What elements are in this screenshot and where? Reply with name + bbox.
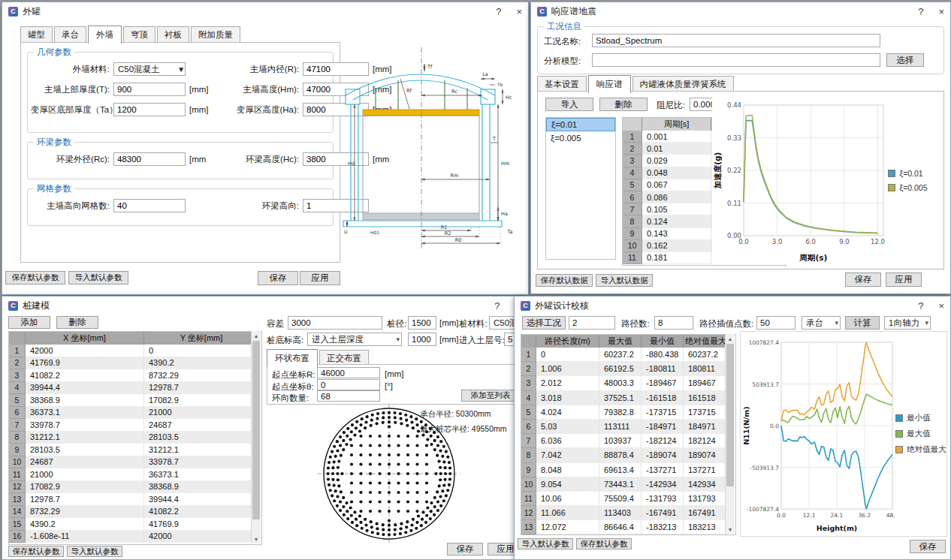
table-row[interactable]: 1312.07286646.4-183213183213 (521, 520, 735, 534)
table-row[interactable]: 21.00666192.5-180811180811 (521, 362, 735, 376)
tab-outer-wall[interactable]: 外墙 (88, 26, 122, 44)
ring-beam-radius-input[interactable] (113, 152, 186, 166)
delete-spectrum-button[interactable]: 删除 (599, 98, 648, 111)
case-name-input[interactable] (592, 34, 880, 47)
scroll-up-icon[interactable]: ▲ (252, 331, 261, 340)
table-row[interactable]: 1217082.938368.9 (9, 481, 261, 494)
add-pile-button[interactable]: 添加 (8, 316, 50, 329)
save-button[interactable]: 保存 (447, 543, 483, 555)
import-default-params-button[interactable]: 导入默认参数 (68, 271, 128, 285)
tab-response-spectrum[interactable]: 响应谱 (588, 75, 631, 93)
save-button[interactable]: 保存 (258, 271, 298, 285)
pile-bottom-select[interactable]: 进入土层深度▾ (307, 333, 402, 346)
table-row[interactable]: 241769.94390.2 (9, 357, 261, 370)
table-row[interactable]: 636373.121000 (9, 407, 261, 420)
pile-diameter-input[interactable] (408, 316, 436, 330)
scroll-up-icon[interactable]: ▲ (726, 334, 735, 343)
tab-liquid-spring-system[interactable]: 内罐液体质量弹簧系统 (632, 76, 734, 92)
add-to-list-button[interactable]: 添加至列表 (461, 390, 520, 402)
table-row[interactable]: 65.03113111-184971184971 (521, 420, 735, 434)
depth-input[interactable] (408, 333, 436, 346)
scroll-thumb[interactable] (726, 344, 734, 486)
scroll-thumb[interactable] (252, 341, 260, 519)
save-default-data-button[interactable]: 保存默认数据 (536, 274, 593, 287)
tab-dome[interactable]: 穹顶 (123, 26, 155, 43)
thick-zone-bottom-input[interactable] (113, 103, 186, 116)
delete-pile-button[interactable]: 删除 (56, 316, 98, 329)
save-default-params-button[interactable]: 保存默认参数 (576, 538, 632, 549)
tab-ring-layout[interactable]: 环状布置 (267, 349, 318, 367)
pile-table-scrollbar[interactable]: ▲ ▼ (251, 331, 261, 543)
start-radius-input[interactable] (317, 367, 380, 378)
ring-count-input[interactable] (317, 390, 380, 402)
close-button[interactable]: × (938, 301, 944, 311)
table-row[interactable]: 102468733978.7 (9, 456, 261, 469)
table-row[interactable]: 148732.2941082.2 (9, 506, 261, 519)
wall-material-select[interactable]: C50混凝土▾ (113, 62, 186, 76)
table-row[interactable]: 98.04869613.4-137271137271 (521, 463, 735, 477)
wall-mesh-count-input[interactable] (113, 199, 186, 212)
table-row[interactable]: 76.036103937-182124182124 (521, 434, 735, 448)
save-button[interactable]: 保存 (910, 540, 946, 553)
case-number-input[interactable] (569, 316, 615, 330)
tab-cap[interactable]: 承台 (54, 26, 86, 43)
start-angle-input[interactable] (317, 379, 380, 390)
save-button[interactable]: 保存 (845, 272, 881, 287)
scroll-down-icon[interactable]: ▼ (252, 534, 261, 543)
table-row[interactable]: 831212.128103.5 (9, 432, 261, 444)
close-button[interactable]: × (938, 7, 944, 17)
tab-liner[interactable]: 衬板 (157, 26, 189, 43)
calculate-button[interactable]: 计算 (845, 316, 880, 330)
help-button[interactable]: ? (494, 301, 500, 311)
tab-added-mass[interactable]: 附加质量 (191, 26, 240, 43)
table-row[interactable]: 43.01837525.1-161518161518 (521, 391, 735, 405)
help-button[interactable]: ? (918, 301, 923, 311)
model-input[interactable] (592, 53, 880, 67)
select-case-button[interactable]: 选择工况 (522, 316, 566, 330)
interp-points-input[interactable] (756, 316, 796, 330)
import-default-params-button[interactable]: 导入默认参数 (518, 538, 573, 549)
apply-button[interactable]: 应用 (886, 272, 922, 287)
part-select[interactable]: 承台▾ (802, 316, 841, 330)
help-button[interactable]: ? (918, 7, 923, 17)
tab-basic-settings[interactable]: 基本设置 (537, 76, 587, 92)
table-row[interactable]: 733978.724687 (9, 419, 261, 432)
import-default-params-button[interactable]: 导入默认参数 (67, 546, 122, 557)
apply-button[interactable]: 应用 (300, 271, 340, 285)
table-row[interactable]: 538368.917082.9 (9, 394, 261, 407)
save-default-params-button[interactable]: 保存默认参数 (8, 546, 64, 557)
path-count-input[interactable] (654, 316, 693, 330)
table-row[interactable]: 1413.078100320-221360221360 (521, 534, 735, 535)
table-row[interactable]: 112100036373.1 (9, 468, 261, 481)
table-row[interactable]: 928103.531212.1 (9, 444, 261, 456)
table-row[interactable]: 341082.28732.29 (9, 369, 261, 382)
close-button[interactable]: × (516, 7, 522, 17)
choose-model-button[interactable]: 选择 (886, 53, 924, 67)
scroll-down-icon[interactable]: ▼ (726, 525, 735, 534)
table-row[interactable]: 87.04288878.4-189074189074 (521, 448, 735, 462)
save-default-params-button[interactable]: 保存默认参数 (5, 271, 65, 285)
table-row[interactable]: 1110.0675509.4-131793131793 (521, 492, 735, 506)
tolerance-input[interactable] (288, 316, 382, 330)
table-row[interactable]: 54.02479382.8-173715173715 (521, 405, 735, 420)
table-row[interactable]: 109.05473443.1-142934142934 (521, 477, 735, 492)
list-item-xi-001[interactable]: ξ=0.01 (546, 118, 615, 131)
import-spectrum-button[interactable]: 导入 (545, 98, 593, 111)
table-row[interactable]: 32.01248003.3-189467189467 (521, 376, 735, 390)
tank-section-canvas: RcRmHmTHcTbLaTfRfHaTaHdDH01R1R2R0 (342, 41, 522, 275)
table-row[interactable]: 439944.412978.7 (9, 382, 261, 395)
table-row[interactable]: 1420000 (9, 345, 261, 357)
list-item-xi-0005[interactable]: ξ=0.005 (546, 131, 615, 145)
tab-tank-type[interactable]: 罐型 (20, 26, 53, 43)
import-default-data-button[interactable]: 导入默认数据 (596, 274, 653, 287)
table-row[interactable]: 154390.241769.9 (9, 518, 261, 531)
table-cell: -183213 (642, 520, 684, 534)
table-row[interactable]: 16-1.608e-1142000 (9, 531, 261, 543)
force-type-select[interactable]: 1向轴力▾ (884, 316, 931, 330)
table-row[interactable]: 1060237.2-880.43860237.2 (521, 348, 735, 362)
table-row[interactable]: 1312978.739944.4 (9, 493, 261, 506)
check-table-scrollbar[interactable]: ▲ ▼ (725, 334, 735, 534)
table-row[interactable]: 1211.066113403-167491167491 (521, 506, 735, 520)
help-button[interactable]: ? (496, 7, 501, 17)
wall-top-thickness-input[interactable] (113, 83, 186, 96)
